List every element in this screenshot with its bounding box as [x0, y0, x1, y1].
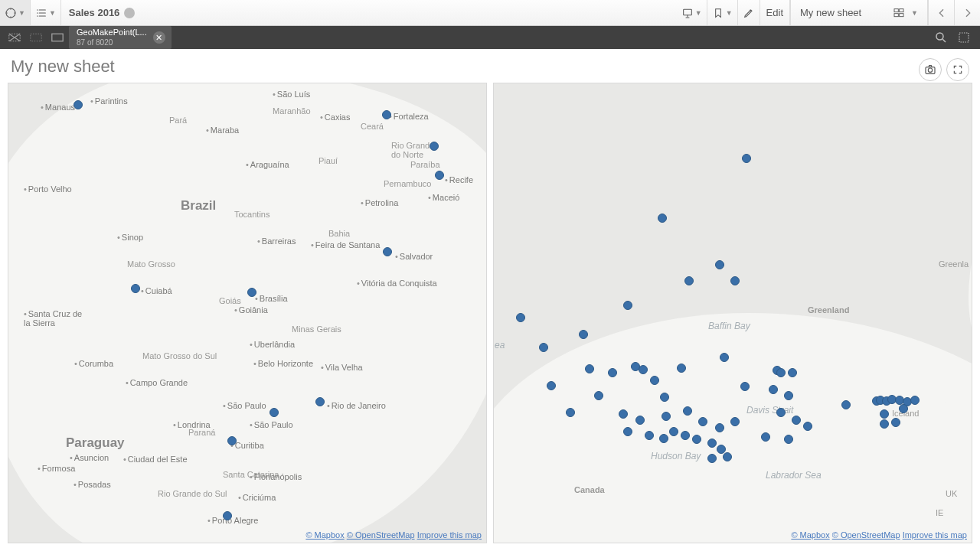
data-point[interactable]: [803, 422, 812, 431]
chevron-down-icon: ▼: [911, 9, 918, 17]
selection-chip[interactable]: GeoMakePoint(L... 87 of 8020 ✕: [69, 26, 172, 49]
improve-link[interactable]: Improve this map: [903, 530, 967, 540]
data-point[interactable]: [776, 408, 786, 417]
svg-rect-3: [900, 8, 903, 11]
data-point[interactable]: [383, 247, 392, 256]
data-point[interactable]: [776, 368, 786, 377]
data-point[interactable]: [707, 454, 717, 463]
data-point[interactable]: [662, 412, 671, 421]
pencil-icon: [743, 7, 755, 19]
osm-link[interactable]: © OpenStreetMap: [347, 530, 415, 540]
city-label: Vila Velha: [321, 363, 363, 372]
region-label: Ceará: [361, 122, 384, 131]
data-point[interactable]: [784, 435, 793, 444]
data-point[interactable]: [660, 393, 669, 402]
data-point[interactable]: [74, 100, 83, 109]
nav-menu-button[interactable]: ▼: [0, 0, 31, 25]
data-point[interactable]: [579, 330, 588, 339]
data-point[interactable]: [880, 419, 889, 429]
data-point[interactable]: [681, 431, 690, 440]
data-point[interactable]: [910, 396, 920, 405]
data-point[interactable]: [539, 343, 548, 352]
data-point[interactable]: [742, 154, 751, 163]
data-point[interactable]: [683, 406, 692, 416]
data-point[interactable]: [382, 110, 391, 119]
data-point[interactable]: [658, 214, 667, 223]
data-point[interactable]: [659, 434, 668, 443]
selection-count: 87 of 8020: [77, 37, 147, 47]
data-point[interactable]: [720, 353, 729, 362]
data-point[interactable]: [566, 408, 575, 417]
data-point[interactable]: [435, 171, 444, 180]
data-point[interactable]: [131, 284, 140, 293]
data-point[interactable]: [547, 381, 556, 390]
data-point[interactable]: [788, 368, 797, 377]
data-point[interactable]: [669, 427, 678, 436]
data-point[interactable]: [594, 391, 603, 400]
city-label: Campo Grande: [126, 378, 188, 387]
story-button[interactable]: ▼: [677, 0, 707, 25]
data-point[interactable]: [223, 511, 232, 520]
data-point[interactable]: [684, 276, 694, 285]
city-label: Maceió: [428, 193, 459, 202]
data-point[interactable]: [761, 432, 770, 442]
data-point[interactable]: [650, 376, 659, 385]
data-point[interactable]: [740, 382, 750, 391]
data-point[interactable]: [891, 418, 900, 427]
next-sheet-button[interactable]: [954, 0, 980, 25]
data-point[interactable]: [227, 436, 237, 445]
data-point[interactable]: [270, 408, 279, 417]
data-point[interactable]: [899, 404, 908, 413]
data-point[interactable]: [730, 276, 740, 285]
data-point[interactable]: [639, 365, 648, 374]
snapshot-button[interactable]: [919, 58, 942, 81]
osm-link[interactable]: © OpenStreetMap: [832, 530, 900, 540]
search-icon: [934, 31, 948, 44]
region-label: Rio Grandedo Norte: [391, 141, 434, 159]
clear-all-button[interactable]: [47, 28, 67, 47]
clear-selection-button[interactable]: ✕: [153, 31, 165, 44]
city-label: Ciudad del Este: [123, 455, 188, 464]
edit-pencil-button[interactable]: [738, 0, 760, 25]
data-point[interactable]: [784, 391, 793, 400]
sheet-selector[interactable]: My new sheet ▼: [790, 0, 928, 25]
data-point[interactable]: [715, 260, 724, 269]
data-point[interactable]: [880, 409, 889, 419]
improve-link[interactable]: Improve this map: [417, 530, 482, 540]
step-fwd-button[interactable]: [26, 28, 46, 47]
data-point[interactable]: [707, 439, 717, 448]
data-point[interactable]: [792, 416, 801, 425]
map-chart-right[interactable]: © Mapbox © OpenStreetMap Improve this ma…: [493, 83, 972, 543]
selections-tool-button[interactable]: [952, 28, 975, 47]
fullscreen-button[interactable]: [946, 58, 969, 81]
data-point[interactable]: [608, 368, 617, 377]
data-point[interactable]: [698, 417, 707, 426]
data-point[interactable]: [635, 416, 645, 425]
data-point[interactable]: [677, 364, 686, 373]
edit-button[interactable]: Edit: [760, 0, 790, 25]
data-point[interactable]: [315, 397, 325, 406]
data-point[interactable]: [715, 423, 724, 432]
data-point[interactable]: [645, 431, 654, 440]
prev-sheet-button[interactable]: [928, 0, 954, 25]
data-point[interactable]: [841, 400, 851, 409]
data-point[interactable]: [692, 435, 701, 444]
search-button[interactable]: [929, 28, 952, 47]
data-point[interactable]: [623, 301, 632, 310]
data-point[interactable]: [623, 427, 632, 436]
data-point[interactable]: [723, 452, 732, 461]
data-point[interactable]: [619, 409, 628, 419]
data-point[interactable]: [516, 313, 525, 322]
data-point[interactable]: [585, 364, 594, 373]
step-back-button[interactable]: [5, 28, 24, 47]
data-point[interactable]: [769, 385, 778, 394]
svg-rect-2: [894, 8, 898, 11]
mapbox-link[interactable]: © Mapbox: [791, 530, 829, 540]
map-chart-left[interactable]: © Mapbox © OpenStreetMap Improve this ma…: [8, 83, 487, 543]
bookmarks-button[interactable]: ▼: [707, 0, 738, 25]
data-point[interactable]: [730, 417, 740, 426]
global-menu-button[interactable]: ▼: [31, 0, 61, 25]
data-point[interactable]: [430, 142, 439, 151]
data-point[interactable]: [247, 288, 256, 297]
mapbox-link[interactable]: © Mapbox: [305, 530, 344, 540]
